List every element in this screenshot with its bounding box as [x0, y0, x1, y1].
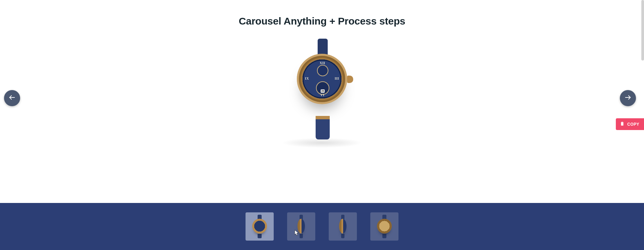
carousel-stage: 28 XII III VI IX: [0, 34, 644, 144]
watch-face: 28 XII III VI IX: [303, 60, 341, 98]
thumbnail-2[interactable]: [287, 212, 315, 241]
thumbnail-4[interactable]: [370, 212, 398, 241]
thumbnail-2-image: [293, 215, 310, 238]
page-title: Carousel Anything + Process steps: [0, 15, 644, 27]
watch-subdial-lower: [316, 81, 329, 95]
watch-crown: [347, 76, 353, 83]
arrow-right-icon: [624, 94, 632, 102]
copy-button-label: COPY: [627, 122, 639, 127]
thumbnail-1[interactable]: [246, 212, 274, 241]
watch-subdial-upper: [317, 65, 328, 76]
thumbnail-3-image: [334, 215, 351, 238]
carousel-prev-button[interactable]: [4, 90, 20, 106]
numeral-ix: IX: [305, 77, 309, 80]
thumbnail-1-image: [251, 215, 268, 238]
product-image: 28 XII III VI IX: [287, 39, 357, 139]
product-shadow: [282, 138, 362, 148]
watch-date-window: 28: [321, 89, 325, 93]
copy-button[interactable]: COPY: [616, 118, 644, 130]
numeral-xii: XII: [320, 61, 325, 65]
page: Carousel Anything + Process steps 28 XII…: [0, 0, 644, 250]
watch-strap-bottom: [316, 116, 330, 139]
arrow-left-icon: [8, 94, 16, 102]
thumbnail-4-image: [376, 215, 393, 238]
clipboard-icon: [620, 121, 625, 127]
numeral-iii: III: [335, 77, 339, 80]
thumbnail-3[interactable]: [329, 212, 357, 241]
numeral-vi: VI: [320, 93, 324, 97]
carousel-next-button[interactable]: [620, 90, 636, 106]
thumbnail-strip: [0, 203, 644, 250]
